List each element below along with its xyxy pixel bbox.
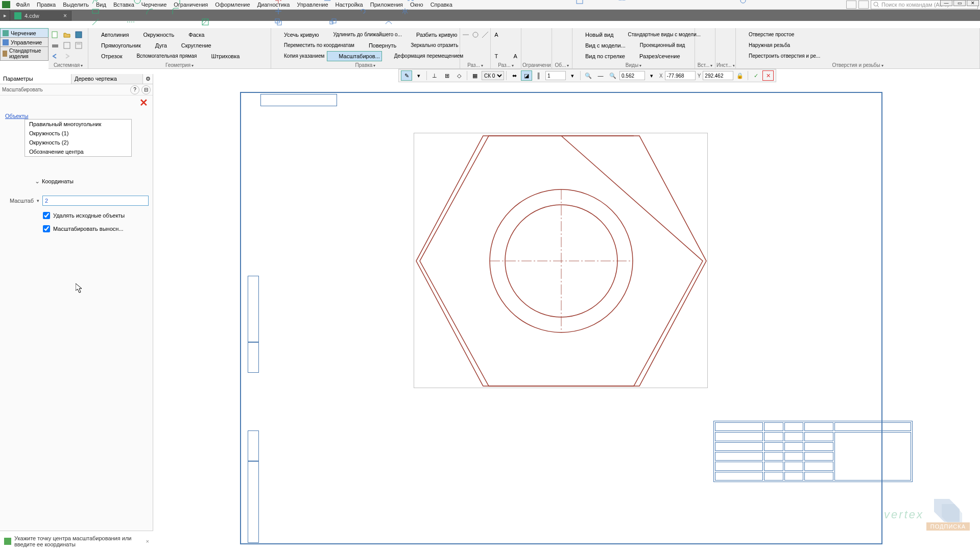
step-field[interactable] (545, 71, 566, 80)
doc-tab-close[interactable]: × (63, 12, 67, 19)
ucs2-button[interactable]: ◪ (521, 70, 532, 81)
arc-button[interactable]: Дуга (144, 40, 169, 51)
ann-6[interactable] (511, 40, 520, 51)
zoom-field[interactable] (619, 71, 645, 80)
con-3[interactable] (541, 30, 551, 40)
stdviews-button[interactable]: Стандартные виды с модели... (616, 30, 703, 40)
coord-system-select[interactable]: СК 0 (482, 71, 504, 80)
dim-1[interactable] (461, 30, 470, 40)
obj-item-center[interactable]: Обозначение центра (25, 147, 131, 156)
dim-7[interactable] (461, 51, 470, 61)
menu-diag[interactable]: Диагностика (254, 1, 294, 9)
params-tab[interactable]: Параметры (0, 74, 71, 84)
snap-ortho[interactable]: ⊥ (429, 70, 440, 81)
collapse-icon[interactable]: ⊟ (141, 85, 151, 94)
objects-dropdown[interactable]: Правильный многоугольник Окружность (1) … (25, 119, 132, 157)
dim-5[interactable] (471, 40, 480, 51)
section-button[interactable]: Разрез/сечение (628, 51, 682, 61)
con-8[interactable] (532, 51, 541, 61)
ob-4[interactable] (562, 40, 571, 51)
group-ann[interactable]: Раз... (492, 62, 520, 68)
workspace-tab-manage[interactable]: Управление (0, 37, 49, 47)
ins-6[interactable] (705, 51, 714, 61)
scale-dropdown-icon[interactable]: ▾ (37, 198, 39, 203)
new-button[interactable] (50, 30, 61, 40)
group-ob[interactable]: Об... (553, 62, 571, 68)
zoom-out[interactable]: 🔍 (583, 70, 594, 81)
newview-button[interactable]: Новый вид (573, 30, 615, 40)
menu-file[interactable]: Файл (12, 1, 33, 9)
hint-close[interactable]: × (146, 538, 149, 544)
dim-9[interactable] (480, 51, 489, 61)
circle-button[interactable]: Окружность (131, 30, 176, 40)
obj-item-circle2[interactable]: Окружность (2) (25, 138, 131, 147)
zoom-slider[interactable]: — (595, 70, 606, 81)
dim-8[interactable] (471, 51, 480, 61)
menu-select[interactable]: Выделить (59, 1, 92, 9)
props-button[interactable] (73, 40, 84, 51)
ins-4[interactable] (705, 40, 714, 51)
grid-toggle[interactable]: ▦ (469, 70, 481, 81)
scale-button[interactable]: Масштабиров... (327, 51, 381, 61)
maximize-button[interactable]: ▭ (953, 0, 966, 6)
tool-2[interactable] (726, 30, 734, 40)
preview-button[interactable] (61, 40, 73, 51)
x-field[interactable] (665, 71, 696, 80)
scale-input[interactable] (42, 196, 149, 206)
ann-5[interactable] (501, 40, 511, 51)
ann-4[interactable] (492, 40, 501, 51)
ob-2[interactable] (562, 30, 571, 40)
split-button[interactable]: Разбить кривую (404, 30, 460, 40)
ob-3[interactable] (553, 40, 562, 51)
snap-pencil[interactable]: ✎ (401, 70, 412, 81)
dim-3[interactable] (481, 30, 490, 40)
ann-9[interactable]: A (511, 51, 520, 61)
con-9[interactable] (541, 51, 551, 61)
workspace-tab-drawing[interactable]: Черчение (0, 28, 49, 38)
deform-button[interactable]: Деформация перемещением (383, 51, 465, 61)
menu-draw[interactable]: Черчение (138, 1, 171, 9)
menu-format[interactable]: Оформление (211, 1, 253, 9)
ob-1[interactable] (553, 30, 562, 40)
tool-3[interactable] (716, 40, 725, 51)
doc-tab[interactable]: 4.cdw × (10, 11, 71, 21)
dim-6[interactable] (480, 40, 489, 51)
group-views[interactable]: Виды (573, 62, 694, 68)
lock-coords[interactable]: 🔒 (734, 70, 746, 81)
print-button[interactable] (50, 40, 61, 51)
help-icon[interactable]: ? (130, 85, 139, 94)
con-2[interactable] (532, 30, 541, 40)
copy-button[interactable]: Копия указанием (272, 51, 326, 61)
group-holes[interactable]: Отверстия и резьбы (737, 62, 978, 68)
obj-item-circle1[interactable]: Окружность (1) (25, 129, 131, 138)
dim-2[interactable] (471, 30, 480, 40)
modelview-button[interactable]: Вид с модели... (573, 40, 628, 51)
layout-btn-2[interactable] (858, 1, 869, 9)
workspace-tab-std[interactable]: Стандартные изделия (0, 46, 49, 61)
group-constraints[interactable]: Ограничения (522, 62, 551, 68)
params-settings-icon[interactable]: ⚙ (143, 74, 153, 84)
tool-4[interactable] (726, 40, 734, 51)
con-7[interactable] (522, 51, 532, 61)
ins-5[interactable] (696, 51, 705, 61)
step-dd[interactable]: ▾ (567, 70, 578, 81)
ann-2[interactable] (501, 30, 511, 40)
confirm-button[interactable]: ✓ (750, 70, 761, 81)
aux-line-button[interactable]: Вспомогательная прямая (125, 51, 199, 61)
group-tools[interactable]: Инст... (716, 62, 734, 68)
move-button[interactable]: Переместить по координатам (272, 40, 356, 51)
zoom-dd[interactable]: ▾ (646, 70, 657, 81)
save-button[interactable] (73, 30, 84, 40)
coordinates-header[interactable]: Координаты (4, 176, 149, 186)
layout-btn-1[interactable] (846, 1, 856, 9)
ann-7[interactable]: T (492, 51, 501, 61)
ins-2[interactable] (705, 30, 714, 40)
thread-ext-button[interactable]: Наружная резьба (737, 40, 792, 51)
ins-1[interactable] (696, 30, 705, 40)
snap-node[interactable]: ◇ (453, 70, 465, 81)
con-6[interactable] (541, 40, 551, 51)
hatch-button[interactable]: Штриховка (199, 51, 242, 61)
redo-button[interactable] (61, 51, 73, 61)
ins-3[interactable] (696, 40, 705, 51)
menu-edit[interactable]: Правка (33, 1, 59, 9)
